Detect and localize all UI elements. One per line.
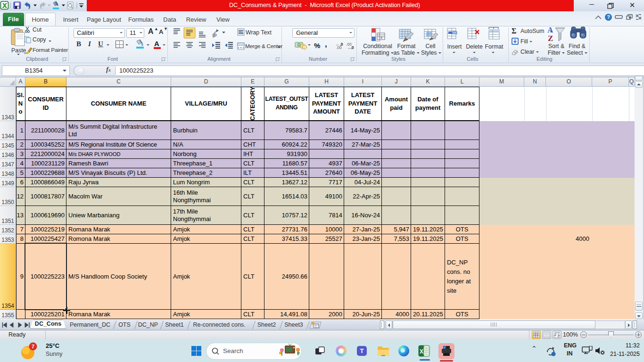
svg-text:ab: ab (211, 32, 218, 39)
svg-text:A: A (547, 25, 553, 34)
svg-text:s: s (380, 35, 382, 40)
svg-text:X: X (420, 348, 423, 355)
svg-text:.00: .00 (336, 45, 342, 49)
svg-text:Z: Z (548, 34, 553, 43)
svg-text:7: 7 (32, 344, 34, 349)
svg-text:→.0: →.0 (347, 45, 354, 49)
